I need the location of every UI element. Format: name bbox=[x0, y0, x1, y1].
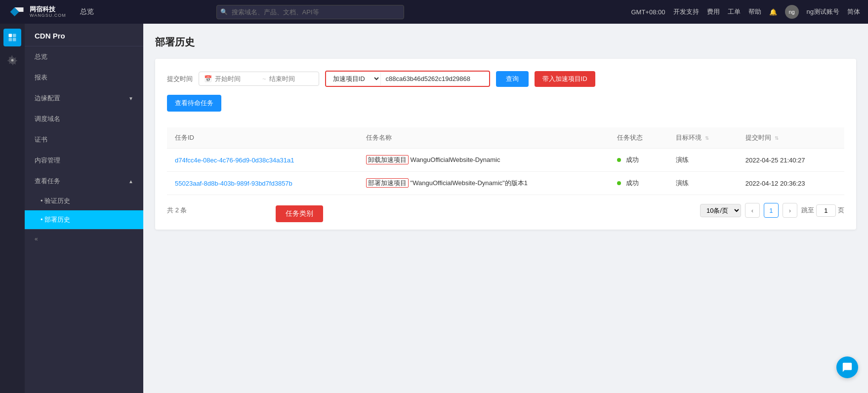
table-header-row: 任务ID 任务名称 任务状态 目标环境 ⇅ 提交时间 ⇅ bbox=[167, 127, 844, 149]
project-filter-select[interactable]: 加速项目ID bbox=[326, 72, 380, 86]
task-name-cell-1: 卸载加速项目 WanguOfficialWebsite-Dynamic bbox=[358, 149, 609, 172]
col-task-status: 任务状态 bbox=[609, 127, 668, 149]
date-range-picker[interactable]: 📅 ~ bbox=[199, 72, 319, 86]
sidebar-nav-menu: CDN Pro 总览 报表 边缘配置 ▼ 调度域名 证书 内容 bbox=[25, 24, 143, 393]
col-task-id: 任务ID bbox=[167, 127, 358, 149]
total-count: 共 2 条 bbox=[167, 206, 187, 215]
project-id-input[interactable] bbox=[380, 72, 489, 85]
chat-fab-button[interactable] bbox=[836, 356, 858, 378]
prev-page-btn[interactable]: ‹ bbox=[745, 203, 760, 218]
nav-right-area: GMT+08:00 开发支持 费用 工单 帮助 🔔 ng ng测试账号 简体 bbox=[631, 5, 860, 19]
sidebar-item-dispatch-domain[interactable]: 调度域名 bbox=[25, 109, 143, 129]
sidebar-submenu-verify-history[interactable]: • 验证历史 bbox=[25, 192, 143, 210]
main-layout: CDN Pro 总览 报表 边缘配置 ▼ 调度域名 证书 内容 bbox=[0, 24, 868, 393]
task-type-button[interactable]: 任务类别 bbox=[276, 205, 323, 222]
notification-icon[interactable]: 🔔 bbox=[769, 8, 777, 16]
sidebar: CDN Pro 总览 报表 边缘配置 ▼ 调度域名 证书 内容 bbox=[0, 24, 143, 393]
end-date-input[interactable] bbox=[269, 75, 314, 82]
query-button[interactable]: 查询 bbox=[496, 71, 529, 87]
language-switch[interactable]: 简体 bbox=[847, 7, 860, 16]
sidebar-item-certificate[interactable]: 证书 bbox=[25, 129, 143, 150]
logo-icon bbox=[8, 5, 26, 19]
sort-icon-submit-time[interactable]: ⇅ bbox=[775, 135, 779, 141]
sidebar-icon-cdn[interactable] bbox=[3, 29, 21, 46]
task-status-1: 成功 bbox=[609, 149, 668, 172]
content-area: 部署历史 提交时间 📅 ~ 加速项目ID 查询 带入加速项目ID bbox=[143, 24, 868, 393]
current-page-btn[interactable]: 1 bbox=[764, 203, 779, 218]
project-filter-group: 加速项目ID bbox=[325, 71, 490, 87]
import-project-id-button[interactable]: 带入加速项目ID bbox=[535, 71, 595, 87]
page-size-select[interactable]: 10条/页 bbox=[700, 204, 741, 217]
task-status-2: 成功 bbox=[609, 172, 668, 195]
chevron-down-icon: ▼ bbox=[128, 96, 133, 101]
deploy-history-table: 任务ID 任务名称 任务状态 目标环境 ⇅ 提交时间 ⇅ bbox=[167, 127, 844, 195]
svg-rect-3 bbox=[13, 38, 16, 41]
timezone-label: GMT+08:00 bbox=[631, 8, 665, 16]
sidebar-item-overview[interactable]: 总览 bbox=[25, 46, 143, 67]
main-card: 提交时间 📅 ~ 加速项目ID 查询 带入加速项目ID 查看 bbox=[155, 59, 856, 230]
search-icon: 🔍 bbox=[220, 8, 228, 15]
sort-icon-target-env[interactable]: ⇅ bbox=[705, 135, 709, 141]
start-date-input[interactable] bbox=[215, 75, 259, 82]
task-name-cell-2: 部署加速项目 "WanguOfficialWebsite-Dynamic"的版本… bbox=[358, 172, 609, 195]
sidebar-item-content-mgmt[interactable]: 内容管理 bbox=[25, 150, 143, 171]
sidebar-item-view-tasks[interactable]: 查看任务 ▲ bbox=[25, 171, 143, 192]
table-row: 55023aaf-8d8b-403b-989f-93bd7fd3857b 部署加… bbox=[167, 172, 844, 195]
search-input[interactable] bbox=[216, 5, 404, 19]
page-jump: 跳至 页 bbox=[801, 204, 844, 217]
logo-sub-text: WANGSU.COM bbox=[30, 13, 66, 18]
tools-link[interactable]: 工单 bbox=[728, 7, 741, 16]
task-name-prefix-2: 部署加速项目 bbox=[366, 178, 409, 188]
billing-link[interactable]: 费用 bbox=[707, 7, 720, 16]
logo: 网宿科技 WANGSU.COM bbox=[8, 5, 66, 19]
chevron-up-icon: ▲ bbox=[128, 179, 133, 184]
sidebar-icon-rail bbox=[0, 24, 25, 393]
dev-support-link[interactable]: 开发支持 bbox=[673, 7, 699, 16]
svg-rect-1 bbox=[13, 34, 16, 38]
col-task-name: 任务名称 bbox=[358, 127, 609, 149]
pagination: 10条/页 ‹ 1 › 跳至 页 bbox=[700, 203, 844, 218]
filter-bar: 提交时间 📅 ~ 加速项目ID 查询 带入加速项目ID bbox=[167, 71, 844, 87]
col-submit-time: 提交时间 ⇅ bbox=[738, 127, 844, 149]
status-dot-1 bbox=[617, 158, 621, 162]
submit-time-1: 2022-04-25 21:40:27 bbox=[738, 149, 844, 172]
help-link[interactable]: 帮助 bbox=[748, 7, 761, 16]
search-bar[interactable]: 🔍 bbox=[216, 5, 404, 19]
pending-tasks-button[interactable]: 查看待命任务 bbox=[167, 95, 221, 112]
next-page-btn[interactable]: › bbox=[783, 203, 797, 218]
sidebar-item-reports[interactable]: 报表 bbox=[25, 67, 143, 88]
task-name-suffix-2: "WanguOfficialWebsite-Dynamic"的版本1 bbox=[411, 179, 528, 187]
table-footer: 共 2 条 任务类别 10条/页 ‹ 1 › 跳至 bbox=[167, 203, 844, 218]
user-avatar[interactable]: ng bbox=[785, 5, 799, 19]
page-jump-input[interactable] bbox=[816, 204, 836, 217]
top-navigation: 网宿科技 WANGSU.COM 总览 🔍 GMT+08:00 开发支持 费用 工… bbox=[0, 0, 868, 24]
sidebar-collapse-btn[interactable]: « bbox=[25, 229, 143, 248]
task-name-prefix-1: 卸载加速项目 bbox=[366, 155, 409, 164]
table-row: d74fcc4e-08ec-4c76-96d9-0d38c34a31a1 卸载加… bbox=[167, 149, 844, 172]
task-id-link-1[interactable]: d74fcc4e-08ec-4c76-96d9-0d38c34a31a1 bbox=[167, 149, 358, 172]
task-id-link-2[interactable]: 55023aaf-8d8b-403b-989f-93bd7fd3857b bbox=[167, 172, 358, 195]
calendar-icon: 📅 bbox=[204, 75, 212, 82]
sidebar-icon-settings[interactable] bbox=[3, 51, 21, 69]
task-name-suffix-1: WanguOfficialWebsite-Dynamic bbox=[411, 156, 500, 163]
target-env-2: 演练 bbox=[668, 172, 738, 195]
page-title: 部署历史 bbox=[155, 36, 856, 49]
svg-rect-2 bbox=[9, 38, 12, 41]
submit-time-2: 2022-04-12 20:36:23 bbox=[738, 172, 844, 195]
logo-main-text: 网宿科技 bbox=[30, 5, 66, 13]
target-env-1: 演练 bbox=[668, 149, 738, 172]
status-dot-2 bbox=[617, 181, 621, 185]
svg-rect-0 bbox=[9, 34, 12, 38]
submit-time-label: 提交时间 bbox=[167, 75, 193, 83]
nav-overview-link[interactable]: 总览 bbox=[76, 7, 98, 16]
sidebar-submenu-deploy-history[interactable]: • 部署历史 bbox=[25, 210, 143, 229]
col-target-env: 目标环境 ⇅ bbox=[668, 127, 738, 149]
sidebar-item-edge-config[interactable]: 边缘配置 ▼ bbox=[25, 88, 143, 109]
sidebar-product-title: CDN Pro bbox=[25, 24, 143, 46]
date-separator: ~ bbox=[262, 75, 266, 82]
username-label[interactable]: ng测试账号 bbox=[807, 7, 839, 16]
